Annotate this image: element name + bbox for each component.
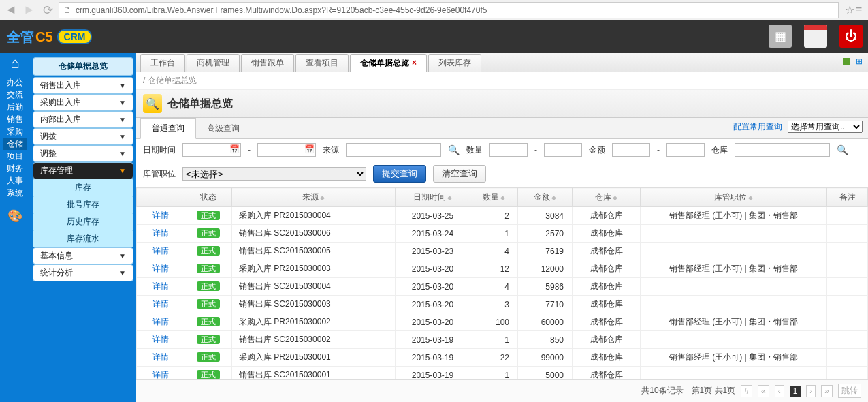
col-金额[interactable]: 金额◆ <box>518 188 573 207</box>
sidebar-group-内部出入库[interactable]: 内部出入库▼ <box>33 111 133 128</box>
cell-date: 2015-03-20 <box>396 296 470 313</box>
detail-link[interactable]: 详情 <box>152 228 169 238</box>
col-仓库[interactable]: 仓库◆ <box>573 188 641 207</box>
sidebar-group-调拨[interactable]: 调拨▼ <box>33 128 133 145</box>
bookmark-icon[interactable]: ☆ <box>845 3 854 16</box>
cal-icon[interactable]: 📅 <box>304 144 315 154</box>
tab-查看项目[interactable]: 查看项目 <box>295 54 349 72</box>
cell-wh: 成都仓库 <box>573 349 641 367</box>
theme-palette-icon[interactable]: 🎨 <box>3 210 27 222</box>
module-办公[interactable]: 办公 <box>3 76 27 89</box>
home-icon[interactable]: ⌂ <box>3 57 27 69</box>
cell-source: 销售出库 SC2015030001 <box>232 367 396 380</box>
col-action[interactable] <box>137 188 184 207</box>
detail-link[interactable]: 详情 <box>152 317 169 326</box>
close-icon[interactable]: × <box>412 58 417 67</box>
col-状态[interactable]: 状态 <box>184 188 232 207</box>
qty-to-input[interactable] <box>544 143 582 157</box>
module-后勤[interactable]: 后勤 <box>3 101 27 113</box>
clear-query-button[interactable]: 清空查询 <box>433 165 486 183</box>
module-销售[interactable]: 销售 <box>3 113 27 125</box>
tab-工作台[interactable]: 工作台 <box>140 54 185 72</box>
search-icon[interactable]: 🔍 <box>448 144 460 155</box>
sidebar-sub-库存[interactable]: 库存 <box>33 179 133 196</box>
detail-link[interactable]: 详情 <box>152 246 169 256</box>
search-icon[interactable]: 🔍 <box>837 144 848 155</box>
calculator-icon[interactable]: ▦ <box>769 25 792 48</box>
cell-date: 2015-03-19 <box>396 349 470 367</box>
col-库管职位[interactable]: 库管职位◆ <box>641 188 827 207</box>
tab-仓储单据总览[interactable]: 仓储单据总览× <box>350 54 427 72</box>
module-仓储[interactable]: 仓储 <box>3 138 27 150</box>
sidebar-group-采购出入库[interactable]: 采购出入库▼ <box>33 94 133 111</box>
tab-商机管理[interactable]: 商机管理 <box>187 54 240 72</box>
query-tab-normal[interactable]: 普通查询 <box>140 118 196 139</box>
sidebar-group-调整[interactable]: 调整▼ <box>33 145 133 162</box>
pager-pound[interactable]: # <box>741 385 752 397</box>
warehouse-input[interactable] <box>735 143 830 157</box>
cell-wh: 成都仓库 <box>573 331 641 349</box>
query-tab-advanced[interactable]: 高级查询 <box>196 119 251 138</box>
detail-link[interactable]: 详情 <box>152 211 169 220</box>
power-icon[interactable]: ⏻ <box>839 25 863 48</box>
position-select[interactable]: <未选择> <box>182 167 366 181</box>
detail-link[interactable]: 详情 <box>152 335 169 344</box>
qty-from-input[interactable] <box>489 143 528 157</box>
tab-tool-windows-icon[interactable]: ⊞ <box>856 57 863 66</box>
detail-link[interactable]: 详情 <box>152 281 169 291</box>
source-input[interactable] <box>346 143 441 157</box>
detail-link[interactable]: 详情 <box>152 264 169 273</box>
amount-from-input[interactable] <box>612 143 650 157</box>
pager-last[interactable]: » <box>821 385 833 397</box>
cell-pos <box>641 296 827 313</box>
sidebar-sub-批号库存[interactable]: 批号库存 <box>33 196 133 213</box>
pager: 共10条记录 第1页 共1页 # « ‹ 1 › » 跳转 <box>136 379 868 402</box>
col-备注[interactable]: 备注 <box>827 188 868 207</box>
url-box[interactable]: 🗋 crm.guanli360.com/Libra.Web.Answer.Fra… <box>59 2 839 18</box>
sidebar-group-统计分析[interactable]: 统计分析▼ <box>33 264 133 281</box>
page-title-bar: 🔍 仓储单据总览 <box>136 90 868 118</box>
reload-button[interactable]: ⟳ <box>40 3 55 18</box>
module-系统[interactable]: 系统 <box>3 187 27 199</box>
pager-prev[interactable]: ‹ <box>775 385 784 397</box>
col-来源[interactable]: 来源◆ <box>232 188 396 207</box>
cal-icon[interactable]: 📅 <box>229 144 240 154</box>
pager-next[interactable]: › <box>806 385 816 397</box>
sidebar-sub-历史库存[interactable]: 历史库存 <box>33 213 133 230</box>
module-交流[interactable]: 交流 <box>3 89 27 101</box>
sidebar-group-销售出入库[interactable]: 销售出入库▼ <box>33 77 133 94</box>
menu-icon[interactable]: ≡ <box>856 4 862 16</box>
module-财务[interactable]: 财务 <box>3 162 27 174</box>
col-数量[interactable]: 数量◆ <box>470 188 518 207</box>
sidebar-group-基本信息[interactable]: 基本信息▼ <box>33 247 133 264</box>
forward-button[interactable]: ► <box>22 3 37 18</box>
cell-qty: 12 <box>470 260 518 278</box>
detail-link[interactable]: 详情 <box>152 299 169 309</box>
submit-query-button[interactable]: 提交查询 <box>373 165 426 183</box>
col-日期时间[interactable]: 日期时间◆ <box>396 188 470 207</box>
back-button[interactable]: ◄ <box>3 3 18 18</box>
module-人事[interactable]: 人事 <box>3 174 27 187</box>
module-项目[interactable]: 项目 <box>3 150 27 162</box>
cell-date: 2015-03-20 <box>396 313 470 331</box>
status-badge: 正式 <box>197 228 220 238</box>
app-header: 全管 C5 CRM ▦ ⏻ <box>0 20 868 53</box>
config-common-query-link[interactable]: 配置常用查询 <box>733 121 782 133</box>
pager-first[interactable]: « <box>758 385 769 397</box>
cell-pos: 销售部经理 (王小可) | 集团・销售部 <box>641 349 827 367</box>
amount-to-input[interactable] <box>666 143 705 157</box>
tab-销售跟单[interactable]: 销售跟单 <box>241 54 294 72</box>
pager-jump[interactable]: 跳转 <box>838 384 861 398</box>
module-采购[interactable]: 采购 <box>3 125 27 138</box>
tab-tool-green-icon[interactable] <box>843 58 850 65</box>
main-area: 工作台商机管理销售跟单查看项目仓储单据总览×列表库存 ⊞ / 仓储单据总览 🔍 … <box>136 53 868 402</box>
cell-qty: 4 <box>470 243 518 260</box>
calendar-icon[interactable] <box>804 25 827 48</box>
sidebar-sub-库存流水[interactable]: 库存流水 <box>33 230 133 247</box>
sidebar-group-库存管理[interactable]: 库存管理▼ <box>33 162 133 179</box>
detail-link[interactable]: 详情 <box>152 370 169 379</box>
tab-列表库存[interactable]: 列表库存 <box>428 54 481 72</box>
detail-link[interactable]: 详情 <box>152 352 169 362</box>
table-row: 详情正式销售出库 SC20150300062015-03-2412570成都仓库 <box>137 225 868 243</box>
common-query-select[interactable]: 选择常用查询.. <box>788 121 863 133</box>
